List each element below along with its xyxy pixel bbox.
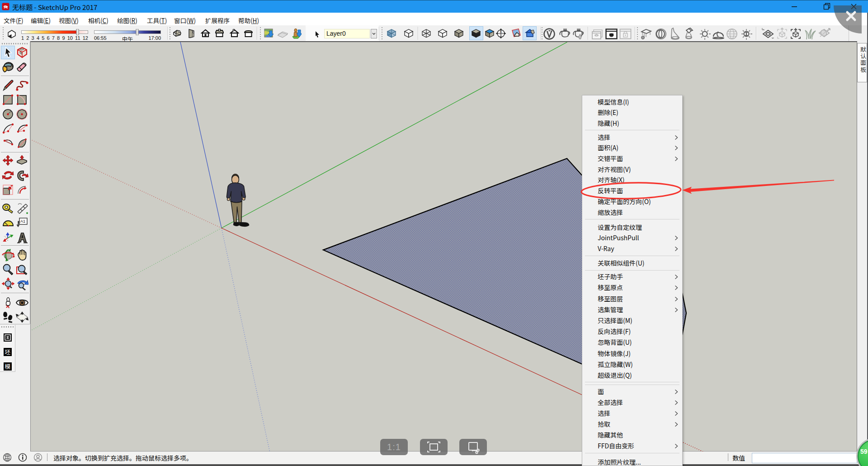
svg-text:A1: A1 [20, 219, 25, 223]
svg-text:C: C [500, 30, 502, 33]
